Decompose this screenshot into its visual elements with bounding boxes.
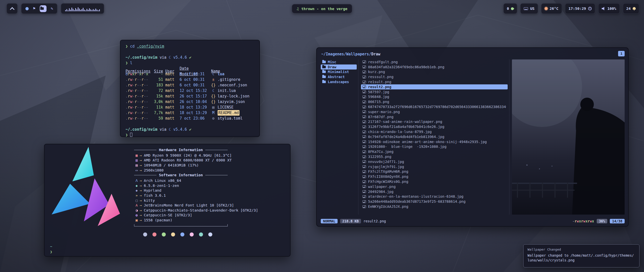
sidebar-folder[interactable]: Draw [321,64,357,70]
image-file-icon [363,165,366,168]
terminal-input-line[interactable]: ❯ [126,132,254,138]
folder-name: Minimalist [328,70,349,74]
weather-widget[interactable]: 26°C [541,3,562,14]
file-list-item[interactable]: 8FKa7Cu.jpeg [361,149,508,154]
image-file-icon [363,71,366,73]
file-list-item[interactable]: 19201080-__blue-tinge__-1920×1080.jpg [361,144,508,149]
volume-widget[interactable]: 100% [598,3,620,14]
file-list-item[interactable]: 68747470733a2f2f696d616765732d7769786d70… [361,104,508,109]
file-list-item[interactable]: 866715.png [361,99,508,104]
sidebar-folder[interactable]: Landscapes [321,79,357,84]
workspace-active[interactable] [40,5,47,12]
sidebar-folder[interactable]: Minimalist [321,70,357,75]
terminal-window[interactable]: ❯ cd .config/nvim ~/.config/nvim via ☾ v… [120,40,260,137]
file-list-item[interactable]: wallpaper.png [361,184,508,189]
os-icon: Λ [134,179,139,183]
file-list-item[interactable]: 20492984.jpg [361,189,508,194]
file-name: ressdfgult.png [368,60,398,64]
path-prefix: ~/Imagenes/Wallpapers/ [321,52,371,56]
file-name: .neoconf.json [218,82,247,88]
file-list-item[interactable]: 596848.jpg [361,94,508,99]
fetch-section-label: Software Information [159,173,203,177]
workspace-flag-icon[interactable]: ⚑ [33,7,35,11]
file-list-item[interactable]: 217167-sad-anime-rain-wallpaper.png [361,119,508,124]
sidebar-folder[interactable]: Abstract [321,74,357,79]
color-dot [143,232,147,236]
arrow-icon: → [140,153,142,157]
updates-widget[interactable]: 0 [503,3,517,14]
music-player-widget[interactable]: ♫ thrown - on the verge [292,4,352,13]
file-list-item[interactable]: 3126f7e9bbf21a8a4af0b67b041c6e26.jpg [361,124,508,129]
visualizer-bar [70,10,71,11]
fetch-row: ◍→Catppuccin-SE [GTK2/3] [134,213,275,218]
visualizer-bar [69,8,70,11]
visualizer-bar [90,9,91,11]
file-list-item[interactable]: super-mario.png [361,109,508,114]
arrow-icon: → [140,158,142,162]
icons-icon: ◍ [134,213,139,217]
file-list-item[interactable]: 0c794faf07de24a4db4d4fb1eb813964.jpg [361,134,508,139]
color-dot [208,232,212,236]
notifications-widget[interactable]: 24 [623,3,639,14]
file-date: 6 oct 00:31 [180,77,209,82]
app-launcher-button[interactable] [7,3,18,14]
file-list-item[interactable]: FXfcII0X0AQyn9X.png [361,174,508,179]
markdown-icon: M [211,110,216,116]
folder-name: Abstract [328,75,345,79]
file-list-item[interactable]: 3122955.png [361,154,508,159]
fetch-row: ▦→AMD Ryzen 9 5900X (24) @ 4.9GHz [61.3°… [134,153,275,158]
file-size: 72 [151,88,163,93]
file-list-item[interactable]: chica-mirando-la-luna-8799.jpg [361,129,508,134]
keyboard-layout-widget[interactable]: US [520,3,538,14]
fetch-value: Catppuccin-SE [GTK2/3] [144,213,192,217]
notification-title: Wallpaper Changed [528,248,635,251]
notification-toast[interactable]: Wallpaper Changed Wallpaper changed to /… [523,244,639,267]
file-list-item[interactable]: FXfcJlTXgAMvH6R.png [361,169,508,174]
file-list-item[interactable]: re1sult.png [361,79,508,84]
visualizer-bar [68,10,68,11]
file-name: kurz.png [368,70,385,74]
fetch-row: ▭→644x272 [134,168,275,173]
kernel-icon: ◆ [134,184,139,188]
file-list-item[interactable]: atardecer-en-la-montanas-ilustracion-634… [361,194,508,199]
command-name: l [130,61,132,65]
file-list-item[interactable]: kurz.png [361,70,508,75]
file-list-item[interactable]: rsjqojlmjhf91.jpg [361,164,508,169]
file-list-item[interactable]: 08a634fa02a32364f69ebc86a98eb1eb.png [361,64,508,70]
path-current: Draw [371,52,380,56]
file-name-cell: ☾lua [211,71,254,77]
file-permissions: .rw-r--r-- [126,77,149,82]
file-list-item[interactable]: 587597.jpg [361,89,508,94]
file-list-item[interactable]: resssult.png [361,74,508,79]
file-name: super-mario.png [368,110,400,114]
image-file-icon [363,90,366,93]
workspace-paint-icon[interactable]: ✎ [51,7,53,11]
file-list-item[interactable]: 5a266e448add93deab367d87173e9f25-6837886… [361,199,508,204]
file-name: chica-mirando-la-luna-8799.jpg [368,130,432,134]
image-file-icon [363,190,366,193]
visualizer-bar [85,10,86,11]
json-icon: {} [211,93,216,99]
file-list-item[interactable]: nnvuv0xj2df71.jpg [361,159,508,164]
file-list-item[interactable]: FXfcHgcWIAMzs0G.png [361,179,508,184]
fetch-row: ◑→Catppuccin-Macchiato-Standard-Lavender… [134,208,275,213]
updates-count: 0 [507,7,509,11]
file-list-item[interactable]: 154928-odinokoe_anime-art-anime-okno-sin… [361,139,508,144]
fetch-prompt[interactable]: ~ ❯ [50,244,52,255]
doc-icon: ▤ [211,105,216,110]
file-size: 7,7k [151,110,163,116]
fetch-terminal-window[interactable]: Hardware Information▦→AMD Ryzen 9 5900X … [44,144,291,257]
sidebar-folder[interactable]: Misc [321,59,357,64]
tab-badge[interactable]: 1 [618,51,625,56]
terminal-file-row: .rw-r--r--3,0kmatt26 oct 10:04{}lazyvim.… [126,99,254,105]
clock-widget[interactable]: 17:50:29 [565,3,595,14]
file-manager-window[interactable]: ~/Imagenes/Wallpapers/Draw 1 MiscDrawMin… [316,47,629,227]
file-list-item[interactable]: ressdfgult.png [361,59,508,64]
folder-icon [322,61,326,63]
image-file-icon [363,145,366,148]
workspace-browser-icon[interactable] [25,7,29,10]
check-icon: ✔ [189,55,191,60]
file-list-item[interactable]: 87r687df.png [361,114,508,119]
file-list-item[interactable]: result2.png [361,84,508,89]
file-list-item[interactable]: EeNKYgIUcAAJ5JX.png [361,204,508,209]
